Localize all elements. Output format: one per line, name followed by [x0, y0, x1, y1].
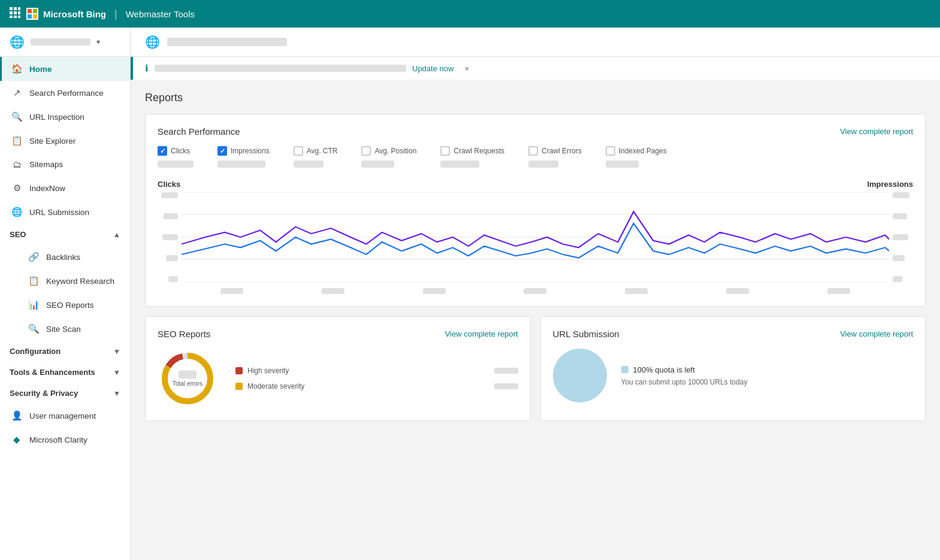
- crawl-requests-checkbox[interactable]: [440, 146, 450, 156]
- link-icon: 🔗: [28, 252, 39, 262]
- sidebar-label-indexnow: IndexNow: [29, 184, 65, 193]
- avg-position-checkbox[interactable]: [361, 146, 371, 156]
- seo-reports-card: SEO Reports View complete report: [145, 316, 531, 421]
- content-globe-icon: 🌐: [145, 35, 160, 49]
- svg-rect-11: [28, 14, 32, 19]
- sidebar-item-user-management[interactable]: 👤 User management: [0, 404, 130, 428]
- sidebar-item-indexnow[interactable]: ⚙ IndexNow: [0, 176, 130, 200]
- chart-clicks-label: Clicks: [158, 180, 180, 189]
- grid-icon[interactable]: [10, 7, 20, 21]
- url-submission-circle: [553, 349, 607, 402]
- search-performance-view-link[interactable]: View complete report: [840, 127, 913, 136]
- svg-rect-6: [10, 16, 13, 18]
- search-performance-title: Search Performance: [158, 126, 240, 137]
- main-layout: 🌐 ▾ 🏠 Home ↗ Search Performance 🔍 URL In…: [0, 28, 940, 560]
- site-selector[interactable]: 🌐 ▾: [0, 28, 130, 57]
- sidebar-item-url-inspection[interactable]: 🔍 URL Inspection: [0, 105, 130, 129]
- seo-expand-icon: ▲: [113, 231, 120, 239]
- chart-area: [158, 192, 913, 294]
- y-label: [161, 192, 178, 198]
- user-icon: 👤: [11, 410, 22, 421]
- topbar-divider: |: [114, 8, 117, 20]
- update-now-link[interactable]: Update now: [412, 64, 454, 73]
- impressions-checkbox[interactable]: ✓: [217, 146, 227, 156]
- indexed-pages-checkbox[interactable]: [606, 146, 615, 156]
- high-severity-label: High severity: [247, 367, 489, 375]
- seo-reports-title: SEO Reports: [158, 329, 210, 339]
- sidebar-label-sitemaps: Sitemaps: [29, 160, 63, 169]
- seo-reports-view-link[interactable]: View complete report: [445, 329, 518, 338]
- configuration-section-header[interactable]: Configuration ▼: [0, 341, 130, 362]
- sidebar-item-microsoft-clarity[interactable]: ◆ Microsoft Clarity: [0, 428, 130, 452]
- donut-label-text: Total errors: [173, 380, 202, 387]
- profile-banner-text: [155, 65, 406, 72]
- url-submission-header: URL Submission View complete report: [553, 329, 914, 339]
- x-label: [726, 288, 749, 294]
- clicks-checkbox[interactable]: ✓: [158, 146, 167, 156]
- svg-rect-10: [33, 9, 37, 13]
- clicks-value: [158, 161, 194, 168]
- url-submission-card: URL Submission View complete report 100%…: [540, 316, 926, 421]
- x-label: [322, 288, 344, 294]
- crawl-errors-checkbox[interactable]: [528, 146, 538, 156]
- chevron-down-icon: ▾: [96, 38, 100, 46]
- avg-ctr-checkbox[interactable]: [294, 146, 303, 156]
- tools-label: Tools & Enhancements: [10, 368, 95, 377]
- sidebar-label-site-explorer: Site Explorer: [29, 137, 75, 146]
- donut-value: [179, 371, 197, 379]
- svg-rect-1: [14, 7, 17, 10]
- legend-item-moderate: Moderate severity: [235, 382, 518, 391]
- reports-title: Reports: [145, 92, 926, 104]
- avg-position-label: Avg. Position: [374, 147, 416, 155]
- metric-clicks: ✓ Clicks: [158, 146, 194, 168]
- avg-ctr-value: [294, 161, 324, 168]
- moderate-severity-dot: [235, 383, 243, 390]
- sidebar-item-home[interactable]: 🏠 Home: [0, 57, 130, 81]
- chart-y-axis-right: [889, 192, 913, 282]
- sidebar-label-user-management: User management: [29, 411, 96, 420]
- content-area: 🌐 ℹ Update now × Reports Search Performa…: [131, 28, 940, 560]
- donut-label: Total errors: [173, 371, 202, 387]
- sidebar-item-search-performance[interactable]: ↗ Search Performance: [0, 81, 130, 105]
- sidebar-item-backlinks[interactable]: 🔗 Backlinks: [17, 245, 130, 269]
- svg-rect-7: [14, 16, 17, 18]
- sidebar-item-seo-reports[interactable]: 📊 SEO Reports: [17, 293, 130, 317]
- svg-rect-4: [14, 11, 17, 14]
- metric-indexed-pages: Indexed Pages: [606, 146, 667, 168]
- sidebar-item-sitemaps[interactable]: 🗂 Sitemaps: [0, 153, 130, 176]
- sitemap-icon: 🗂: [11, 159, 22, 169]
- svg-rect-0: [10, 7, 13, 10]
- url-submission-view-link[interactable]: View complete report: [840, 329, 913, 338]
- sidebar-item-url-submission[interactable]: 🌐 URL Submission: [0, 200, 130, 224]
- crawl-errors-value: [528, 161, 558, 168]
- tools-section-header[interactable]: Tools & Enhancements ▼: [0, 362, 130, 383]
- x-label: [625, 288, 648, 294]
- sidebar-label-microsoft-clarity: Microsoft Clarity: [29, 435, 87, 444]
- crawl-requests-value: [440, 161, 479, 168]
- quota-label: 100% quota is left: [633, 365, 695, 374]
- site-globe-icon: 🌐: [10, 35, 25, 49]
- topbar: Microsoft Bing | Webmaster Tools: [0, 0, 940, 28]
- clarity-icon: ◆: [11, 434, 22, 445]
- sidebar-item-site-scan[interactable]: 🔍 Site Scan: [17, 317, 130, 341]
- topbar-logo: Microsoft Bing: [26, 8, 106, 20]
- security-section-header[interactable]: Security & Privacy ▼: [0, 383, 130, 404]
- sidebar-item-keyword-research[interactable]: 📋 Keyword Research: [17, 269, 130, 293]
- sidebar-label-home: Home: [29, 65, 52, 74]
- close-icon[interactable]: ×: [464, 64, 469, 73]
- quota-dot: [621, 366, 628, 373]
- content-header: 🌐: [131, 28, 940, 57]
- y-label-right: [893, 192, 909, 198]
- scan-icon: 🔍: [28, 323, 39, 334]
- search-icon: 🔍: [11, 111, 22, 122]
- impressions-value: [217, 161, 265, 168]
- y-label: [164, 213, 178, 219]
- seo-section-label: SEO: [10, 230, 26, 239]
- configuration-section-label: Configuration: [10, 347, 61, 356]
- seo-section-header[interactable]: SEO ▲: [0, 224, 130, 245]
- y-label: [166, 255, 178, 261]
- sidebar-label-keyword-research: Keyword Research: [46, 277, 114, 286]
- metric-avg-ctr: Avg. CTR: [294, 146, 338, 168]
- indexed-pages-value: [606, 161, 639, 168]
- sidebar-item-site-explorer[interactable]: 📋 Site Explorer: [0, 129, 130, 153]
